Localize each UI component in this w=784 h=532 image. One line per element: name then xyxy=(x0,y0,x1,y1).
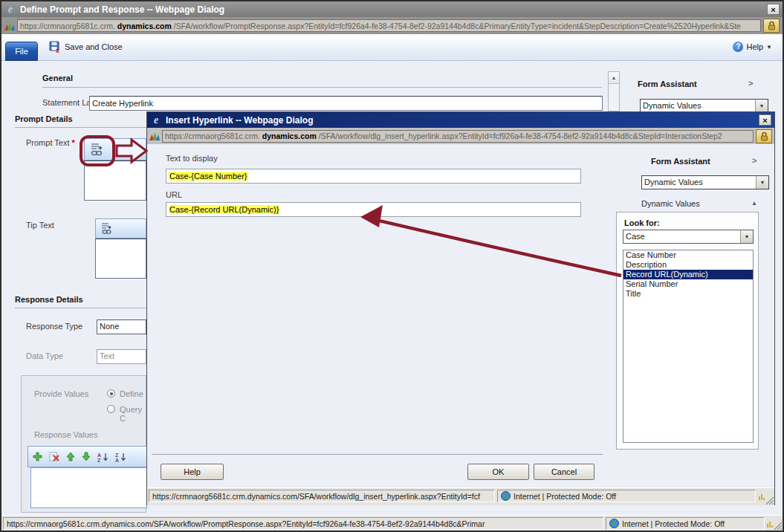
collapse-section-icon[interactable]: ▲ xyxy=(751,200,757,207)
attribute-listbox[interactable]: Case Number Description Record URL(Dynam… xyxy=(623,250,754,443)
internet-globe-icon xyxy=(609,519,619,528)
add-value-icon[interactable] xyxy=(33,452,42,461)
inner-form-assistant-title: Form Assistant xyxy=(651,157,710,166)
statement-label-input[interactable]: Create Hyperlink xyxy=(89,96,603,111)
svg-text:Z: Z xyxy=(97,457,101,462)
inner-url-domain: dynamics.com xyxy=(262,132,317,140)
dropdown-arrow-icon[interactable]: ▼ xyxy=(755,100,768,112)
tip-text-area[interactable] xyxy=(95,239,146,279)
outer-scrollbar[interactable]: ▲ xyxy=(608,71,620,111)
button-separator xyxy=(152,454,603,455)
text-to-display-input[interactable]: Case-{Case Number} xyxy=(166,169,581,184)
list-item-serial-number[interactable]: Serial Number xyxy=(623,279,753,289)
dynamic-values-panel: Look for: Case ▼ Case Number Description… xyxy=(616,212,759,450)
help-icon: ? xyxy=(733,42,743,52)
svg-text:Z: Z xyxy=(115,452,119,457)
inner-statusbar: https://crmnaorg5681c.crm.dynamics.com/S… xyxy=(147,487,774,505)
data-type-select[interactable]: Text xyxy=(97,349,146,364)
query-data-radio-label: Query C xyxy=(120,405,146,423)
tip-text-label: Tip Text xyxy=(26,221,54,230)
inner-titlebar: e Insert Hyperlink -- Webpage Dialog × xyxy=(147,112,774,128)
file-menu-button[interactable]: File xyxy=(5,42,38,61)
outer-zone-text: Internet | Protected Mode: Off xyxy=(622,519,725,528)
inner-status-zone: Internet | Protected Mode: Off xyxy=(497,490,756,502)
text-to-display-value: Case-{Case Number} xyxy=(169,172,248,181)
inner-security-lock-button[interactable] xyxy=(756,129,772,143)
ie-logo-icon: e xyxy=(4,4,16,16)
inner-close-button[interactable]: × xyxy=(759,114,771,126)
sort-ascending-icon[interactable]: AZ xyxy=(97,452,108,462)
define-values-radio[interactable] xyxy=(107,389,115,398)
section-prompt-details: Prompt Details xyxy=(15,114,73,123)
prompt-text-area[interactable] xyxy=(84,160,146,201)
list-item-title[interactable]: Title xyxy=(623,289,753,299)
scroll-up-icon[interactable]: ▲ xyxy=(609,72,619,84)
inner-url-prefix: https://crmnaorg5681c.crm. xyxy=(165,132,260,140)
data-type-label: Data Type xyxy=(26,351,63,360)
cancel-button[interactable]: Cancel xyxy=(534,464,595,480)
outer-url-field[interactable]: https://crmnaorg5681c.crm.dynamics.com/S… xyxy=(17,19,761,32)
define-prompt-response-dialog: e Define Prompt and Response -- Webpage … xyxy=(0,0,784,532)
general-divider xyxy=(42,87,602,88)
save-and-close-button[interactable]: x Save and Close xyxy=(49,41,123,53)
outer-form-assistant-chevron-icon[interactable]: > xyxy=(748,79,753,88)
response-type-select[interactable]: None xyxy=(97,319,146,334)
dropdown-arrow-icon[interactable]: ▼ xyxy=(740,230,753,243)
look-for-select[interactable]: Case ▼ xyxy=(623,230,754,244)
move-down-icon[interactable] xyxy=(82,452,91,461)
outer-status-url: https://crmnaorg5681c.crm.dynamics.com/S… xyxy=(3,517,603,530)
outer-statusbar: https://crmnaorg5681c.crm.dynamics.com/S… xyxy=(1,515,783,531)
move-up-icon[interactable] xyxy=(66,452,75,461)
help-label: Help xyxy=(746,42,763,51)
section-general: General xyxy=(42,74,73,82)
prompt-text-toolbar xyxy=(84,138,146,160)
sort-descending-icon[interactable]: ZA xyxy=(115,452,126,462)
response-values-list[interactable] xyxy=(30,467,147,508)
ok-button[interactable]: OK xyxy=(467,464,529,480)
provide-values-groupbox: Provide Values Define Query C Response V… xyxy=(21,375,146,513)
list-item-description[interactable]: Description xyxy=(623,260,753,270)
svg-text:A: A xyxy=(115,457,119,462)
outer-url-domain: dynamics.com xyxy=(117,22,172,30)
prompt-text-label: Prompt Text* xyxy=(26,138,75,147)
help-menu[interactable]: ? Help ▼ xyxy=(733,42,772,52)
prompt-details-divider xyxy=(15,127,146,128)
url-label: URL xyxy=(166,190,182,199)
insert-hyperlink-icon[interactable] xyxy=(89,141,106,158)
list-item-case-number[interactable]: Case Number xyxy=(623,250,753,260)
list-item-record-url-dynamic[interactable]: Record URL(Dynamic) xyxy=(623,270,753,279)
url-value: Case-{Record URL(Dynamic)} xyxy=(169,205,279,214)
text-to-display-label: Text to display xyxy=(166,154,218,163)
outer-form-assistant-title: Form Assistant xyxy=(638,80,697,88)
response-details-divider xyxy=(15,308,146,308)
outer-close-button[interactable]: × xyxy=(767,4,780,15)
insert-hyperlink-icon[interactable] xyxy=(100,221,114,236)
response-type-label: Response Type xyxy=(26,322,82,331)
url-input[interactable]: Case-{Record URL(Dynamic)} xyxy=(166,202,581,217)
svg-text:A: A xyxy=(97,452,101,457)
inner-dynamic-values-select[interactable]: Dynamic Values ▼ xyxy=(641,175,769,189)
inner-zone-text: Internet | Protected Mode: Off xyxy=(514,492,616,501)
resize-grip[interactable] xyxy=(764,495,774,505)
outer-status-zone: Internet | Protected Mode: Off xyxy=(606,517,765,530)
insert-hyperlink-dialog: e Insert Hyperlink -- Webpage Dialog × h… xyxy=(146,111,775,505)
delete-value-icon[interactable] xyxy=(49,452,59,461)
help-button[interactable]: Help xyxy=(161,464,224,480)
save-and-close-label: Save and Close xyxy=(65,42,123,51)
outer-url-prefix: https://crmnaorg5681c.crm. xyxy=(20,22,115,30)
resize-grip[interactable] xyxy=(772,520,782,530)
prompt-text-required: * xyxy=(72,138,75,147)
section-response-details: Response Details xyxy=(15,295,83,304)
svg-text:x: x xyxy=(56,47,59,53)
inner-status-url: https://crmnaorg5681c.crm.dynamics.com/S… xyxy=(149,490,495,502)
dynamics-logo-icon xyxy=(149,131,160,141)
outer-security-lock-button[interactable] xyxy=(763,19,780,33)
help-caret-icon: ▼ xyxy=(766,44,772,51)
inner-url-field[interactable]: https://crmnaorg5681c.crm.dynamics.com/S… xyxy=(162,130,754,143)
response-type-value: None xyxy=(97,320,146,334)
dynamics-logo-icon xyxy=(4,21,15,31)
inner-form-assistant-chevron-icon[interactable]: > xyxy=(752,156,757,165)
dropdown-arrow-icon[interactable]: ▼ xyxy=(756,176,768,189)
response-values-toolbar: AZ ZA xyxy=(27,446,147,467)
query-data-radio[interactable] xyxy=(107,405,115,413)
